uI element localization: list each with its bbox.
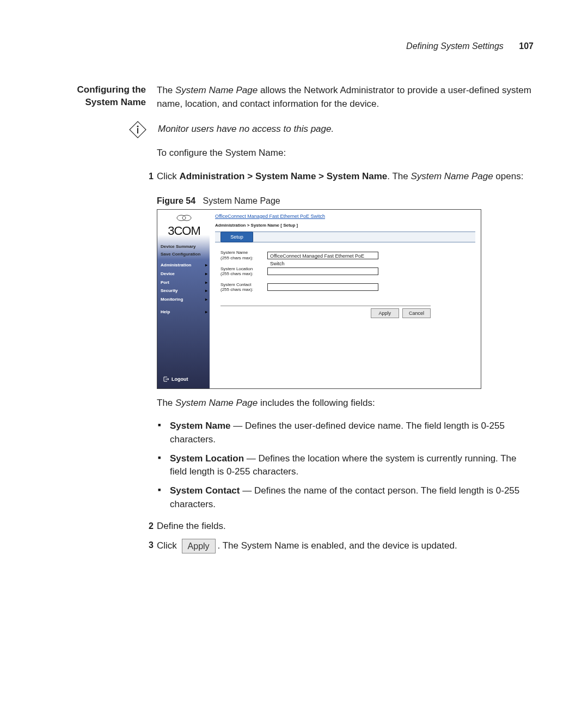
figure-screenshot: 3COM Device Summary Save Configuration A… bbox=[157, 209, 481, 389]
field-name-b: System Name bbox=[170, 421, 231, 431]
system-location-input[interactable] bbox=[267, 267, 378, 275]
step-1: 1 Click Administration > System Name > S… bbox=[144, 170, 534, 184]
svg-point-1 bbox=[137, 126, 138, 127]
note-text: Monitor users have no access to this pag… bbox=[158, 120, 334, 136]
nav-device-summary[interactable]: Device Summary bbox=[161, 243, 207, 251]
step1-d: System Name Page bbox=[411, 171, 493, 181]
running-header: Defining System Settings 107 bbox=[54, 41, 534, 51]
fig-label-contact: System Contact (255 chars max): bbox=[220, 282, 263, 293]
nav-help[interactable]: Help ▸ bbox=[161, 308, 207, 317]
nav-security[interactable]: Security ▸ bbox=[161, 287, 207, 295]
intro-a: The bbox=[157, 85, 175, 95]
step1-e: opens: bbox=[493, 171, 524, 181]
after-figure-line: The System Name Page includes the follow… bbox=[157, 397, 534, 410]
fig-content: OfficeConnect Managed Fast Ethernet PoE … bbox=[210, 210, 481, 388]
apply-button[interactable]: Apply bbox=[371, 308, 399, 318]
system-contact-input[interactable] bbox=[267, 283, 378, 291]
step1-c: . The bbox=[387, 171, 411, 181]
figure-label: Figure 54 System Name Page bbox=[157, 194, 534, 207]
field-loc-b: System Location bbox=[170, 453, 244, 464]
after-c: includes the following fields: bbox=[258, 398, 375, 408]
fig-row-location: System Location (255 chars max): bbox=[220, 266, 475, 277]
nav-item-label: Help bbox=[161, 309, 170, 315]
body-column: The System Name Page allows the Network … bbox=[157, 84, 534, 559]
svg-point-4 bbox=[182, 215, 191, 221]
fig-label-location: System Location (255 chars max): bbox=[220, 266, 263, 277]
cancel-button[interactable]: Cancel bbox=[402, 308, 431, 318]
chevron-right-icon: ▸ bbox=[205, 279, 207, 286]
fig-breadcrumb: Administration > System Name [ Setup ] bbox=[215, 222, 475, 229]
svg-point-3 bbox=[177, 215, 186, 221]
chevron-right-icon: ▸ bbox=[205, 296, 207, 303]
nav-item-label: Security bbox=[161, 288, 178, 294]
step-2: 2 Define the fields. bbox=[144, 520, 534, 533]
fig-tab-setup[interactable]: Setup bbox=[220, 232, 253, 242]
step1-b: Administration > System Name > System Na… bbox=[180, 171, 388, 181]
figure-caption: System Name Page bbox=[203, 196, 280, 205]
field-list: System Name — Defines the user-defined d… bbox=[157, 419, 534, 511]
step-3-num: 3 bbox=[144, 539, 154, 551]
logout-icon bbox=[163, 376, 169, 382]
chevron-right-icon: ▸ bbox=[205, 271, 207, 277]
system-name-input[interactable]: OfficeConnect Managed Fast Ethernet PoE … bbox=[267, 252, 378, 259]
intro-paragraph: The System Name Page allows the Network … bbox=[157, 84, 534, 111]
nav-device[interactable]: Device ▸ bbox=[161, 270, 207, 278]
nav-port[interactable]: Port ▸ bbox=[161, 278, 207, 287]
note-row: Monitor users have no access to this pag… bbox=[128, 120, 534, 139]
svg-rect-2 bbox=[137, 128, 138, 133]
chevron-right-icon: ▸ bbox=[205, 309, 207, 315]
after-b: System Name Page bbox=[175, 398, 258, 408]
fig-label-name-hint: (255 chars max): bbox=[220, 255, 253, 260]
field-contact: System Contact — Defines the name of the… bbox=[157, 484, 534, 511]
nav-item-label: Administration bbox=[161, 262, 191, 269]
section-heading: Configuring the System Name bbox=[54, 84, 146, 559]
brand-name: 3COM bbox=[161, 222, 207, 240]
section-heading-l1: Configuring the bbox=[77, 84, 146, 95]
nav-save-config[interactable]: Save Configuration bbox=[161, 251, 207, 258]
nav-item-label: Device bbox=[161, 271, 175, 277]
fig-label-name: System Name (255 chars max): bbox=[220, 250, 263, 260]
info-icon bbox=[128, 120, 147, 139]
chevron-right-icon: ▸ bbox=[205, 262, 207, 269]
fig-row-contact: System Contact (255 chars max): bbox=[220, 282, 475, 293]
nav-item-label: Port bbox=[161, 279, 169, 286]
header-section: Defining System Settings bbox=[406, 41, 504, 51]
figure-number: Figure 54 bbox=[157, 196, 195, 205]
fig-label-con-txt: System Contact bbox=[220, 282, 251, 287]
step-list: 1 Click Administration > System Name > S… bbox=[144, 170, 534, 184]
nav-item-label: Monitoring bbox=[161, 296, 183, 303]
section-heading-l2: System Name bbox=[85, 97, 146, 107]
after-a: The bbox=[157, 398, 175, 408]
field-con-b: System Contact bbox=[170, 485, 240, 496]
section-row: Configuring the System Name The System N… bbox=[54, 84, 534, 559]
step-2-num: 2 bbox=[144, 520, 154, 532]
configure-line: To configure the System Name: bbox=[157, 147, 534, 160]
fig-sidebar: 3COM Device Summary Save Configuration A… bbox=[157, 210, 210, 388]
fig-form: System Name (255 chars max): OfficeConne… bbox=[215, 250, 475, 318]
step-1-num: 1 bbox=[144, 170, 154, 182]
field-location: System Location — Defines the location w… bbox=[157, 452, 534, 479]
nav-administration[interactable]: Administration ▸ bbox=[161, 261, 207, 270]
step3-a: Click bbox=[157, 540, 180, 551]
field-name: System Name — Defines the user-defined d… bbox=[157, 419, 534, 446]
fig-label-loc-txt: System Location bbox=[220, 266, 253, 271]
fig-tab-row: Setup bbox=[215, 232, 475, 242]
fig-label-con-hint: (255 chars max): bbox=[220, 287, 253, 292]
fig-row-name: System Name (255 chars max): OfficeConne… bbox=[220, 250, 475, 260]
fig-page-title: OfficeConnect Managed Fast Ethernet PoE … bbox=[215, 213, 475, 220]
chevron-right-icon: ▸ bbox=[205, 288, 207, 294]
nav-monitoring[interactable]: Monitoring ▸ bbox=[161, 295, 207, 304]
fig-label-loc-hint: (255 chars max): bbox=[220, 271, 253, 276]
fig-nav: Device Summary Save Configuration Admini… bbox=[161, 243, 207, 317]
step2-txt: Define the fields. bbox=[157, 521, 226, 531]
apply-button-inline: Apply bbox=[182, 539, 216, 553]
page-number: 107 bbox=[519, 41, 534, 51]
logout-button[interactable]: Logout bbox=[163, 376, 188, 383]
intro-b: System Name Page bbox=[175, 85, 258, 95]
fig-label-name-txt: System Name bbox=[220, 250, 248, 255]
step3-b: . The System Name is enabled, and the de… bbox=[218, 540, 457, 551]
logout-label: Logout bbox=[171, 376, 188, 383]
document-page: Defining System Settings 107 Configuring… bbox=[0, 0, 588, 706]
step1-a: Click bbox=[157, 171, 180, 181]
fig-button-row: Apply Cancel bbox=[220, 306, 431, 318]
